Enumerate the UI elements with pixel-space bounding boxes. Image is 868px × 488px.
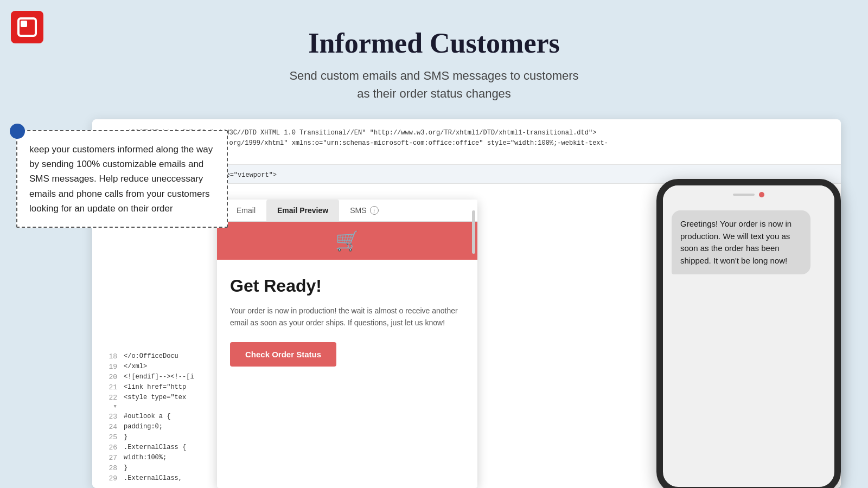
tooltip-callout: keep your customers informed along the w…: [16, 130, 228, 228]
sms-message-bubble: Greetings! Your order is now in producti…: [672, 210, 810, 274]
email-header-banner: 🛒: [217, 222, 477, 260]
page-title: Informed Customers: [0, 27, 868, 59]
phone-content: Greetings! Your order is now in producti…: [663, 202, 834, 283]
tab-sms[interactable]: SMS i: [339, 200, 389, 221]
email-tabs: Email Email Preview SMS i: [217, 200, 477, 222]
phone-mockup: Greetings! Your order is now in producti…: [656, 179, 841, 488]
email-preview-panel: Email Email Preview SMS i 🛒 Get Ready! Y…: [217, 200, 477, 488]
email-paragraph: Your order is now in production! the wai…: [230, 305, 464, 329]
page-subtitle: Send custom emails and SMS messages to c…: [0, 67, 868, 102]
cart-icon: 🛒: [335, 229, 360, 252]
logo: [11, 11, 43, 43]
page-header: Informed Customers Send custom emails an…: [0, 0, 868, 102]
tab-email-preview[interactable]: Email Preview: [266, 200, 339, 221]
notch-dot: [759, 192, 764, 197]
check-order-button[interactable]: Check Order Status: [230, 342, 336, 367]
content-area: 1 <!DOCTYPE html PUBLIC "-//W3C//DTD XHT…: [0, 119, 868, 488]
phone-notch: [663, 185, 834, 202]
tab-email[interactable]: Email: [226, 200, 266, 221]
tooltip-text: keep your customers informed along the w…: [29, 142, 215, 216]
svg-rect-1: [21, 21, 27, 27]
notch-line: [733, 194, 755, 196]
scrollbar[interactable]: [472, 210, 475, 254]
email-heading: Get Ready!: [230, 276, 464, 296]
logo-icon: [16, 16, 38, 38]
tooltip-dot: [10, 124, 25, 139]
email-body: Get Ready! Your order is now in producti…: [217, 260, 477, 383]
info-icon: i: [370, 206, 379, 215]
